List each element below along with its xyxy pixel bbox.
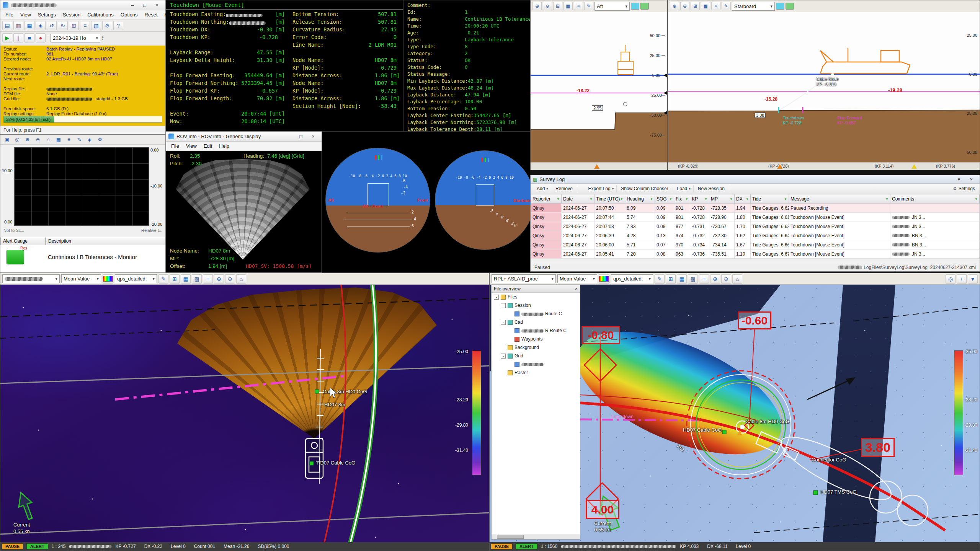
view-selector-combo[interactable]: Aft: [595, 2, 630, 11]
chart-icon[interactable]: ▧: [192, 274, 202, 284]
filter-icon[interactable]: ▼: [650, 197, 653, 201]
list-icon[interactable]: ≡: [80, 21, 90, 30]
grid-file-combo[interactable]: qps_detailed.: [115, 274, 157, 283]
display-mode-icon[interactable]: [631, 3, 639, 10]
list-icon[interactable]: ≡: [574, 2, 583, 10]
statistic-combo[interactable]: Mean Value: [61, 274, 101, 283]
tree-item[interactable]: - Grid: [492, 352, 580, 360]
layers-icon[interactable]: ▦: [677, 274, 687, 284]
expand-icon[interactable]: -: [501, 354, 506, 359]
maximize-button[interactable]: □: [139, 2, 151, 9]
alert-gauge-column-header[interactable]: Alert Gauge: [0, 237, 46, 245]
zoom-in-icon[interactable]: ⊕: [670, 2, 679, 10]
undo-icon[interactable]: ↺: [47, 21, 57, 30]
column-header[interactable]: Message▼: [789, 194, 890, 204]
expand-icon[interactable]: -: [501, 303, 506, 308]
file-panel-header[interactable]: File overview ×: [492, 285, 580, 293]
chart-icon[interactable]: ▧: [91, 21, 101, 30]
help-icon[interactable]: ?: [113, 21, 123, 30]
survey-toolbar-button[interactable]: Load ▾: [673, 185, 694, 192]
horizontal-scrollbar[interactable]: [492, 534, 580, 539]
filter-icon[interactable]: ▼: [746, 197, 749, 201]
grid-icon[interactable]: ⊞: [170, 274, 180, 284]
rov-titlebar[interactable]: ROV info - ROV info - Generic Display □ …: [166, 132, 322, 142]
tree-item[interactable]: - Session: [492, 301, 580, 310]
home-icon[interactable]: ⌂: [236, 274, 246, 284]
polar-display-aft-front[interactable]: -10 -8 -6 -4 -2 0 2 4 6 8 10 2 4 6 -2 -4…: [325, 148, 430, 253]
edit-icon[interactable]: ✎: [584, 2, 593, 10]
display-mode-icon[interactable]: [786, 3, 794, 10]
grid-icon[interactable]: ⊞: [666, 274, 676, 284]
settings-button[interactable]: ⚙ Settings: [950, 185, 978, 192]
target-icon[interactable]: ◎: [13, 135, 22, 144]
layers-icon[interactable]: ▦: [564, 2, 573, 10]
anchor-icon[interactable]: ▼: [968, 274, 978, 284]
redo-icon[interactable]: ↻: [58, 21, 68, 30]
layers-icon[interactable]: ▦: [181, 274, 191, 284]
close-icon[interactable]: ×: [575, 286, 578, 292]
log-row[interactable]: Qinsy 2024-06-27 20:07:50 6.09 0.09 981 …: [531, 204, 980, 213]
link-icon[interactable]: ◈: [85, 135, 94, 144]
menu-item[interactable]: Help: [216, 142, 233, 150]
polar-display-starboard[interactable]: -10 -8 -6 -4 -2 0 2 4 6 8 10 2 4 6 8 10 …: [435, 150, 534, 250]
layers-icon[interactable]: ▦: [701, 2, 710, 10]
zoom-out-icon[interactable]: ⊖: [225, 274, 235, 284]
menu-item[interactable]: View: [183, 142, 200, 150]
column-header[interactable]: Time (UTC)▼: [595, 194, 625, 204]
filter-icon[interactable]: ▼: [885, 197, 889, 201]
menu-item[interactable]: File: [2, 11, 17, 18]
menu-item[interactable]: Options: [117, 11, 141, 18]
column-header[interactable]: DX▼: [735, 194, 751, 204]
colormap-button[interactable]: [103, 274, 113, 284]
grid-icon[interactable]: ⊞: [553, 2, 562, 10]
log-row[interactable]: Qinsy 2024-06-27 20:07:08 7.83 0.09 977 …: [531, 222, 980, 231]
colormap-button[interactable]: [599, 274, 609, 284]
view-selector-combo[interactable]: Starboard: [732, 2, 775, 11]
statistic-combo[interactable]: Mean Value: [557, 274, 597, 283]
edit-icon[interactable]: ✎: [722, 2, 731, 10]
menu-item[interactable]: Settings: [34, 11, 59, 18]
home-icon[interactable]: ⌂: [732, 274, 742, 284]
edit-icon[interactable]: ✎: [75, 135, 84, 144]
filter-icon[interactable]: ▼: [685, 197, 688, 201]
tree-item[interactable]: R Route C: [492, 326, 580, 335]
select-icon[interactable]: ▣: [2, 135, 11, 144]
filter-icon[interactable]: ▼: [975, 197, 978, 201]
log-row[interactable]: Qinsy 2024-06-27 20:05:41 7.20 0.08 963 …: [531, 249, 980, 259]
replay-date-combo[interactable]: 2024-03-19 Ho: [51, 34, 100, 42]
log-row[interactable]: Qinsy 2024-06-27 20:06:00 5.71 0.07 970 …: [531, 240, 980, 249]
close-button[interactable]: ×: [151, 2, 163, 9]
record-button[interactable]: ●: [36, 33, 46, 42]
profile-stb-view[interactable]: Cable Node KP: -0.810 -19.28 -15.28 3.08…: [668, 12, 980, 162]
column-header[interactable]: Heading▼: [625, 194, 655, 204]
pin-button[interactable]: ▾: [953, 176, 965, 183]
survey-titlebar[interactable]: ▦ Survey Log ▾ ×: [531, 175, 980, 184]
settings-icon[interactable]: ⚙: [102, 21, 112, 30]
survey-toolbar-button[interactable]: Show Column Chooser: [617, 185, 673, 192]
filter-icon[interactable]: ▼: [620, 197, 623, 201]
list-icon[interactable]: ≡: [64, 135, 74, 144]
chart-icon[interactable]: ▧: [688, 274, 698, 284]
layer-combo[interactable]: RPL+ ASLAID_proc: [492, 274, 556, 283]
list-icon[interactable]: ≡: [699, 274, 709, 284]
grid-icon[interactable]: ⊞: [691, 2, 700, 10]
display-mode-icon[interactable]: [776, 3, 784, 10]
survey-toolbar-button[interactable]: Export Log ▾: [577, 185, 617, 192]
column-header[interactable]: Comments▼: [890, 194, 980, 204]
log-row[interactable]: Qinsy 2024-06-27 20:06:39 4.28 0.13 974 …: [531, 231, 980, 240]
close-button[interactable]: ×: [965, 176, 977, 183]
menu-item[interactable]: Reset: [141, 11, 161, 18]
save-icon[interactable]: ▦: [24, 21, 34, 30]
filter-icon[interactable]: ▼: [730, 197, 733, 201]
survey-toolbar-button[interactable]: Remove: [551, 185, 577, 192]
menu-item[interactable]: Session: [59, 11, 84, 18]
grid-icon[interactable]: ⊞: [69, 21, 79, 30]
grid-file-combo[interactable]: qps_detailed.: [611, 274, 653, 283]
tree-item[interactable]: - Files: [492, 293, 580, 301]
filter-icon[interactable]: ▼: [669, 197, 672, 201]
minimize-button[interactable]: –: [126, 2, 139, 9]
filter-icon[interactable]: ▼: [590, 197, 593, 201]
settings-icon[interactable]: ⚙: [95, 135, 105, 144]
tree-item[interactable]: Route C: [492, 310, 580, 318]
zoom-in-icon[interactable]: ⊕: [710, 274, 720, 284]
